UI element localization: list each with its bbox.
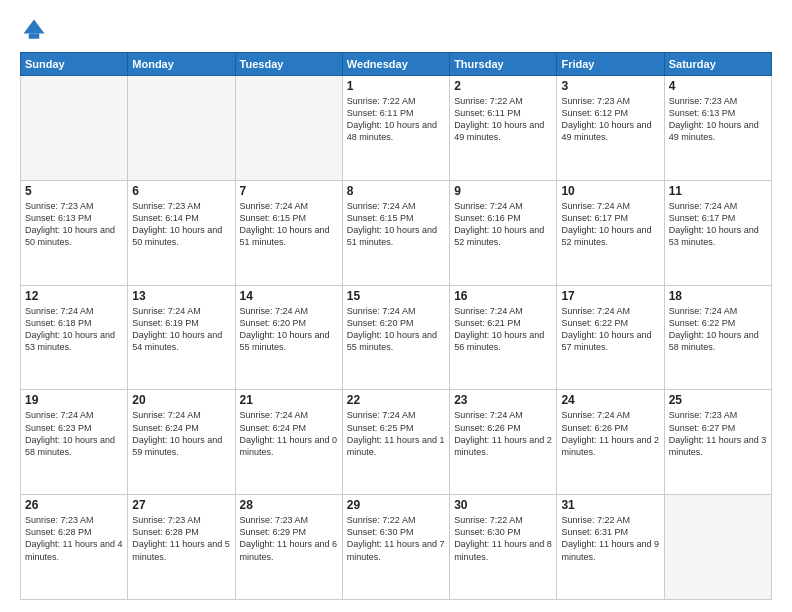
cell-info: Sunrise: 7:24 AMSunset: 6:23 PMDaylight:… <box>25 409 123 458</box>
calendar-week-row: 12Sunrise: 7:24 AMSunset: 6:18 PMDayligh… <box>21 285 772 390</box>
cell-info: Sunrise: 7:23 AMSunset: 6:29 PMDaylight:… <box>240 514 338 563</box>
calendar-cell: 13Sunrise: 7:24 AMSunset: 6:19 PMDayligh… <box>128 285 235 390</box>
cell-info: Sunrise: 7:24 AMSunset: 6:17 PMDaylight:… <box>561 200 659 249</box>
day-number: 4 <box>669 79 767 93</box>
calendar-cell: 31Sunrise: 7:22 AMSunset: 6:31 PMDayligh… <box>557 495 664 600</box>
cell-info: Sunrise: 7:24 AMSunset: 6:24 PMDaylight:… <box>132 409 230 458</box>
day-number: 17 <box>561 289 659 303</box>
calendar-cell: 16Sunrise: 7:24 AMSunset: 6:21 PMDayligh… <box>450 285 557 390</box>
cell-info: Sunrise: 7:23 AMSunset: 6:12 PMDaylight:… <box>561 95 659 144</box>
calendar-cell: 18Sunrise: 7:24 AMSunset: 6:22 PMDayligh… <box>664 285 771 390</box>
day-number: 23 <box>454 393 552 407</box>
cell-info: Sunrise: 7:24 AMSunset: 6:22 PMDaylight:… <box>561 305 659 354</box>
calendar-week-row: 26Sunrise: 7:23 AMSunset: 6:28 PMDayligh… <box>21 495 772 600</box>
day-number: 28 <box>240 498 338 512</box>
calendar-cell <box>128 76 235 181</box>
cell-info: Sunrise: 7:22 AMSunset: 6:30 PMDaylight:… <box>347 514 445 563</box>
calendar-cell: 4Sunrise: 7:23 AMSunset: 6:13 PMDaylight… <box>664 76 771 181</box>
cell-info: Sunrise: 7:24 AMSunset: 6:26 PMDaylight:… <box>561 409 659 458</box>
cell-info: Sunrise: 7:23 AMSunset: 6:28 PMDaylight:… <box>25 514 123 563</box>
day-number: 21 <box>240 393 338 407</box>
day-number: 19 <box>25 393 123 407</box>
cell-info: Sunrise: 7:23 AMSunset: 6:13 PMDaylight:… <box>669 95 767 144</box>
calendar-cell: 19Sunrise: 7:24 AMSunset: 6:23 PMDayligh… <box>21 390 128 495</box>
calendar-cell: 22Sunrise: 7:24 AMSunset: 6:25 PMDayligh… <box>342 390 449 495</box>
calendar-cell: 11Sunrise: 7:24 AMSunset: 6:17 PMDayligh… <box>664 180 771 285</box>
calendar-cell: 29Sunrise: 7:22 AMSunset: 6:30 PMDayligh… <box>342 495 449 600</box>
day-number: 12 <box>25 289 123 303</box>
calendar-cell: 20Sunrise: 7:24 AMSunset: 6:24 PMDayligh… <box>128 390 235 495</box>
calendar-cell: 27Sunrise: 7:23 AMSunset: 6:28 PMDayligh… <box>128 495 235 600</box>
cell-info: Sunrise: 7:24 AMSunset: 6:26 PMDaylight:… <box>454 409 552 458</box>
calendar-cell: 21Sunrise: 7:24 AMSunset: 6:24 PMDayligh… <box>235 390 342 495</box>
calendar-cell: 5Sunrise: 7:23 AMSunset: 6:13 PMDaylight… <box>21 180 128 285</box>
day-of-week-header: Tuesday <box>235 53 342 76</box>
calendar-cell: 14Sunrise: 7:24 AMSunset: 6:20 PMDayligh… <box>235 285 342 390</box>
day-number: 29 <box>347 498 445 512</box>
cell-info: Sunrise: 7:24 AMSunset: 6:25 PMDaylight:… <box>347 409 445 458</box>
calendar-cell: 17Sunrise: 7:24 AMSunset: 6:22 PMDayligh… <box>557 285 664 390</box>
day-number: 20 <box>132 393 230 407</box>
cell-info: Sunrise: 7:24 AMSunset: 6:16 PMDaylight:… <box>454 200 552 249</box>
logo <box>20 16 52 44</box>
day-number: 15 <box>347 289 445 303</box>
cell-info: Sunrise: 7:23 AMSunset: 6:28 PMDaylight:… <box>132 514 230 563</box>
day-number: 3 <box>561 79 659 93</box>
calendar-week-row: 5Sunrise: 7:23 AMSunset: 6:13 PMDaylight… <box>21 180 772 285</box>
calendar-cell: 28Sunrise: 7:23 AMSunset: 6:29 PMDayligh… <box>235 495 342 600</box>
calendar-cell <box>235 76 342 181</box>
day-of-week-header: Friday <box>557 53 664 76</box>
cell-info: Sunrise: 7:22 AMSunset: 6:30 PMDaylight:… <box>454 514 552 563</box>
calendar-header-row: SundayMondayTuesdayWednesdayThursdayFrid… <box>21 53 772 76</box>
calendar-week-row: 19Sunrise: 7:24 AMSunset: 6:23 PMDayligh… <box>21 390 772 495</box>
day-number: 16 <box>454 289 552 303</box>
cell-info: Sunrise: 7:24 AMSunset: 6:24 PMDaylight:… <box>240 409 338 458</box>
calendar-cell <box>664 495 771 600</box>
day-number: 10 <box>561 184 659 198</box>
logo-icon <box>20 16 48 44</box>
day-number: 18 <box>669 289 767 303</box>
calendar-cell: 8Sunrise: 7:24 AMSunset: 6:15 PMDaylight… <box>342 180 449 285</box>
cell-info: Sunrise: 7:24 AMSunset: 6:20 PMDaylight:… <box>347 305 445 354</box>
day-number: 9 <box>454 184 552 198</box>
calendar-cell: 3Sunrise: 7:23 AMSunset: 6:12 PMDaylight… <box>557 76 664 181</box>
day-number: 7 <box>240 184 338 198</box>
cell-info: Sunrise: 7:22 AMSunset: 6:11 PMDaylight:… <box>454 95 552 144</box>
day-number: 22 <box>347 393 445 407</box>
day-number: 30 <box>454 498 552 512</box>
calendar-cell: 23Sunrise: 7:24 AMSunset: 6:26 PMDayligh… <box>450 390 557 495</box>
cell-info: Sunrise: 7:24 AMSunset: 6:20 PMDaylight:… <box>240 305 338 354</box>
day-number: 11 <box>669 184 767 198</box>
cell-info: Sunrise: 7:23 AMSunset: 6:27 PMDaylight:… <box>669 409 767 458</box>
calendar-table: SundayMondayTuesdayWednesdayThursdayFrid… <box>20 52 772 600</box>
calendar-cell: 12Sunrise: 7:24 AMSunset: 6:18 PMDayligh… <box>21 285 128 390</box>
day-of-week-header: Thursday <box>450 53 557 76</box>
day-number: 25 <box>669 393 767 407</box>
cell-info: Sunrise: 7:22 AMSunset: 6:11 PMDaylight:… <box>347 95 445 144</box>
cell-info: Sunrise: 7:24 AMSunset: 6:15 PMDaylight:… <box>240 200 338 249</box>
day-number: 13 <box>132 289 230 303</box>
calendar-cell <box>21 76 128 181</box>
header <box>20 16 772 44</box>
calendar-cell: 2Sunrise: 7:22 AMSunset: 6:11 PMDaylight… <box>450 76 557 181</box>
svg-rect-1 <box>29 34 40 39</box>
day-number: 6 <box>132 184 230 198</box>
day-number: 27 <box>132 498 230 512</box>
calendar-cell: 10Sunrise: 7:24 AMSunset: 6:17 PMDayligh… <box>557 180 664 285</box>
day-number: 8 <box>347 184 445 198</box>
cell-info: Sunrise: 7:24 AMSunset: 6:15 PMDaylight:… <box>347 200 445 249</box>
cell-info: Sunrise: 7:24 AMSunset: 6:19 PMDaylight:… <box>132 305 230 354</box>
day-number: 31 <box>561 498 659 512</box>
calendar-cell: 15Sunrise: 7:24 AMSunset: 6:20 PMDayligh… <box>342 285 449 390</box>
cell-info: Sunrise: 7:24 AMSunset: 6:17 PMDaylight:… <box>669 200 767 249</box>
calendar-week-row: 1Sunrise: 7:22 AMSunset: 6:11 PMDaylight… <box>21 76 772 181</box>
page: SundayMondayTuesdayWednesdayThursdayFrid… <box>0 0 792 612</box>
calendar-cell: 9Sunrise: 7:24 AMSunset: 6:16 PMDaylight… <box>450 180 557 285</box>
day-of-week-header: Monday <box>128 53 235 76</box>
day-number: 14 <box>240 289 338 303</box>
calendar-cell: 7Sunrise: 7:24 AMSunset: 6:15 PMDaylight… <box>235 180 342 285</box>
calendar-cell: 24Sunrise: 7:24 AMSunset: 6:26 PMDayligh… <box>557 390 664 495</box>
cell-info: Sunrise: 7:24 AMSunset: 6:22 PMDaylight:… <box>669 305 767 354</box>
day-number: 24 <box>561 393 659 407</box>
day-of-week-header: Sunday <box>21 53 128 76</box>
